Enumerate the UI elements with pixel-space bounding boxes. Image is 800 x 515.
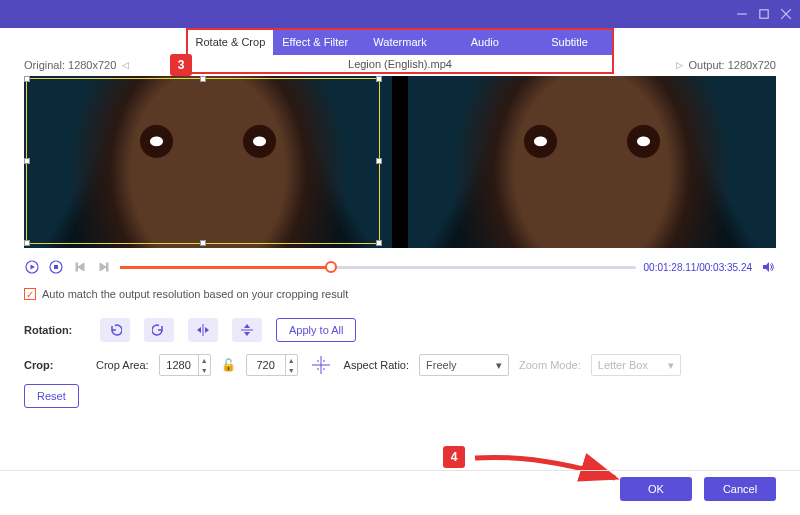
timeline-thumb[interactable] bbox=[325, 261, 337, 273]
chevron-down-icon: ▾ bbox=[496, 359, 502, 372]
preview-original[interactable] bbox=[24, 76, 392, 248]
timeline-progress bbox=[120, 266, 331, 269]
crop-overlay[interactable] bbox=[26, 78, 380, 244]
playback-bar: 00:01:28.11/00:03:35.24 bbox=[24, 256, 776, 278]
output-resolution: ▷ Output: 1280x720 bbox=[676, 59, 776, 71]
tab-watermark[interactable]: Watermark bbox=[358, 30, 443, 55]
minimize-button[interactable] bbox=[736, 8, 748, 20]
crop-label: Crop: bbox=[24, 359, 86, 371]
cancel-button[interactable]: Cancel bbox=[704, 477, 776, 501]
svg-marker-14 bbox=[197, 327, 201, 333]
next-frame-button[interactable] bbox=[96, 259, 112, 275]
flip-horizontal-button[interactable] bbox=[188, 318, 218, 342]
auto-match-checkbox[interactable]: ✓ bbox=[24, 288, 36, 300]
total-time: 00:03:35.24 bbox=[699, 262, 752, 273]
original-resolution: Original: 1280x720 ◁ bbox=[24, 59, 129, 71]
callout-4: 4 bbox=[443, 446, 465, 468]
editor-window: Rotate & Crop Effect & Filter Watermark … bbox=[0, 0, 800, 515]
rotation-label: Rotation: bbox=[24, 324, 86, 336]
svg-marker-5 bbox=[31, 265, 36, 270]
svg-marker-12 bbox=[763, 262, 769, 272]
aspect-ratio-value: Freely bbox=[426, 359, 457, 371]
crop-width-value: 1280 bbox=[160, 359, 198, 371]
rotate-cw-button[interactable] bbox=[144, 318, 174, 342]
svg-marker-10 bbox=[100, 263, 106, 271]
preview-output bbox=[408, 76, 776, 248]
ok-button[interactable]: OK bbox=[620, 477, 692, 501]
titlebar bbox=[0, 0, 800, 28]
auto-match-row: ✓ Auto match the output resolution based… bbox=[24, 288, 348, 300]
height-up[interactable]: ▲ bbox=[286, 355, 297, 365]
height-down[interactable]: ▼ bbox=[286, 365, 297, 375]
chevron-left-icon[interactable]: ◁ bbox=[122, 60, 129, 70]
width-up[interactable]: ▲ bbox=[199, 355, 210, 365]
time-display: 00:01:28.11/00:03:35.24 bbox=[644, 262, 752, 273]
arrow-to-ok bbox=[470, 446, 625, 486]
width-down[interactable]: ▼ bbox=[199, 365, 210, 375]
zoom-mode-label: Zoom Mode: bbox=[519, 359, 581, 371]
crop-handle-tm[interactable] bbox=[200, 76, 206, 82]
auto-match-label: Auto match the output resolution based o… bbox=[42, 288, 348, 300]
lock-aspect-icon[interactable]: 🔓 bbox=[221, 358, 236, 372]
crop-handle-ml[interactable] bbox=[24, 158, 30, 164]
footer-divider bbox=[0, 470, 800, 471]
tab-bar: Rotate & Crop Effect & Filter Watermark … bbox=[188, 30, 612, 55]
svg-rect-1 bbox=[760, 10, 768, 18]
maximize-button[interactable] bbox=[758, 8, 770, 20]
zoom-mode-select: Letter Box ▾ bbox=[591, 354, 681, 376]
crop-handle-tl[interactable] bbox=[24, 76, 30, 82]
svg-marker-15 bbox=[205, 327, 209, 333]
chevron-down-icon: ▾ bbox=[668, 359, 674, 372]
preview-area bbox=[24, 76, 776, 248]
crop-height-input[interactable]: 720 ▲▼ bbox=[246, 354, 298, 376]
crop-area-label: Crop Area: bbox=[96, 359, 149, 371]
svg-rect-7 bbox=[54, 265, 58, 269]
stop-button[interactable] bbox=[48, 259, 64, 275]
timeline-slider[interactable] bbox=[120, 266, 636, 269]
crop-handle-tr[interactable] bbox=[376, 76, 382, 82]
svg-marker-18 bbox=[244, 332, 250, 336]
crop-handle-bm[interactable] bbox=[200, 240, 206, 246]
tab-effect-filter[interactable]: Effect & Filter bbox=[273, 30, 358, 55]
zoom-mode-value: Letter Box bbox=[598, 359, 648, 371]
svg-marker-17 bbox=[244, 324, 250, 328]
crop-handle-bl[interactable] bbox=[24, 240, 30, 246]
output-label: Output: 1280x720 bbox=[689, 59, 776, 71]
svg-rect-11 bbox=[107, 263, 109, 271]
crop-handle-br[interactable] bbox=[376, 240, 382, 246]
svg-marker-9 bbox=[78, 263, 84, 271]
crop-handle-mr[interactable] bbox=[376, 158, 382, 164]
tab-rotate-crop[interactable]: Rotate & Crop bbox=[188, 30, 273, 55]
play-button[interactable] bbox=[24, 259, 40, 275]
prev-frame-button[interactable] bbox=[72, 259, 88, 275]
crop-width-input[interactable]: 1280 ▲▼ bbox=[159, 354, 211, 376]
aspect-ratio-select[interactable]: Freely ▾ bbox=[419, 354, 509, 376]
original-label: Original: 1280x720 bbox=[24, 59, 116, 71]
crop-settings-row: Crop: Crop Area: 1280 ▲▼ 🔓 720 ▲▼ Aspect… bbox=[24, 354, 776, 376]
crop-height-value: 720 bbox=[247, 359, 285, 371]
tab-subtitle[interactable]: Subtitle bbox=[527, 30, 612, 55]
flip-vertical-button[interactable] bbox=[232, 318, 262, 342]
close-button[interactable] bbox=[780, 8, 792, 20]
center-position-button[interactable] bbox=[308, 354, 334, 376]
resolution-row: Original: 1280x720 ◁ ▷ Output: 1280x720 bbox=[0, 56, 800, 74]
video-frame-output bbox=[408, 76, 776, 248]
rotate-ccw-button[interactable] bbox=[100, 318, 130, 342]
footer-buttons: OK Cancel bbox=[620, 477, 776, 501]
reset-button[interactable]: Reset bbox=[24, 384, 79, 408]
current-time: 00:01:28.11 bbox=[644, 262, 697, 273]
rotation-row: Rotation: Apply to All bbox=[24, 318, 776, 342]
tab-audio[interactable]: Audio bbox=[442, 30, 527, 55]
aspect-ratio-label: Aspect Ratio: bbox=[344, 359, 409, 371]
chevron-right-icon[interactable]: ▷ bbox=[676, 60, 683, 70]
sound-button[interactable] bbox=[760, 259, 776, 275]
apply-to-all-button[interactable]: Apply to All bbox=[276, 318, 356, 342]
